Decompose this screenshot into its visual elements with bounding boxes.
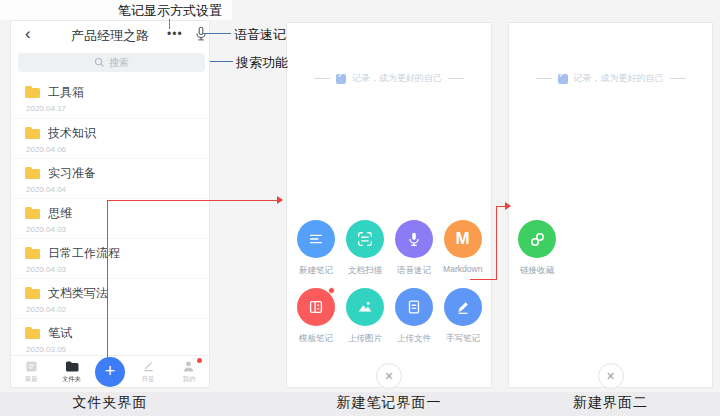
folder-tab-icon: [65, 360, 79, 373]
flow-arrow-2-head: [505, 202, 511, 210]
folder-name: 实习准备: [48, 165, 96, 182]
create-screen-two: 记录，成为更好的自己 链接收藏 ✕: [508, 22, 713, 388]
app-logo-icon: [336, 74, 346, 84]
create-option-voice-note[interactable]: 语音速记: [389, 220, 438, 277]
folder-name: 技术知识: [48, 125, 96, 142]
file-icon: [405, 298, 423, 316]
note-lines-icon: [307, 230, 325, 248]
close-button[interactable]: ✕: [376, 363, 402, 389]
flow-arrow-1-horizontal: [107, 200, 277, 201]
folder-date: 2020.04.04: [26, 185, 209, 194]
person-icon: [182, 360, 195, 373]
template-icon: [307, 298, 325, 316]
caption-create-screen-one: 新建笔记界面一: [286, 394, 492, 412]
folder-date: 2020.04.02: [26, 305, 209, 314]
create-option-template-note[interactable]: 模板笔记: [291, 288, 340, 345]
folder-icon: [25, 249, 40, 259]
folder-row[interactable]: 文档类写法 2020.04.02: [11, 278, 209, 318]
create-option-upload-image[interactable]: 上传图片: [340, 288, 389, 345]
tab-label: 文件夹: [62, 374, 81, 383]
option-label: 链接收藏: [520, 264, 554, 276]
option-label: 语音速记: [396, 264, 430, 276]
folder-row[interactable]: 思维 2020.04.03: [11, 198, 209, 238]
slogan-text: 记录，成为更好的自己: [574, 72, 664, 85]
pen-sign-icon: [142, 360, 155, 373]
folder-icon: [25, 209, 40, 219]
annotation-line: [210, 61, 233, 62]
folder-date: 2020.04.17: [26, 104, 209, 113]
create-note-button[interactable]: +: [95, 357, 125, 387]
folder-icon: [25, 169, 40, 179]
pencil-icon: [454, 298, 472, 316]
search-placeholder: 搜索: [109, 56, 129, 70]
flow-arrow-2-vertical: [496, 206, 497, 279]
option-label: 上传图片: [347, 332, 381, 344]
notification-badge: [197, 358, 202, 363]
annotation-search-fn: 搜索功能: [236, 54, 288, 72]
flow-arrow-1-head: [277, 196, 283, 204]
tab-folders[interactable]: 文件夹: [55, 360, 89, 384]
link-icon: [528, 230, 547, 249]
scan-icon: [356, 230, 374, 248]
slogan-dash: [314, 78, 330, 79]
create-option-new-note[interactable]: 新建笔记: [291, 220, 340, 277]
flow-arrow-1-vertical: [107, 200, 108, 370]
more-options-icon[interactable]: •••: [163, 22, 187, 46]
tab-label: 日签: [142, 374, 155, 383]
folder-row[interactable]: 工具箱 2020.04.17: [11, 78, 209, 118]
image-icon: [356, 298, 374, 316]
folder-icon: [25, 289, 40, 299]
caption-create-screen-two: 新建界面二: [508, 394, 713, 412]
new-feature-badge: [328, 287, 335, 294]
folder-row[interactable]: 实习准备 2020.04.04: [11, 158, 209, 198]
markdown-m-icon: M: [455, 229, 469, 249]
search-input[interactable]: 搜索: [18, 53, 205, 72]
mic-icon: [405, 230, 423, 248]
create-screen-one: 记录，成为更好的自己 新建笔记: [286, 22, 492, 388]
annotation-line: [203, 33, 231, 34]
search-icon: [94, 57, 105, 68]
folder-name: 思维: [48, 205, 72, 222]
option-label: Markdown: [443, 264, 482, 274]
create-option-markdown[interactable]: M Markdown: [438, 220, 487, 277]
close-button[interactable]: ✕: [598, 363, 624, 389]
create-option-doc-scan[interactable]: 文档扫描: [340, 220, 389, 277]
option-label: 文档扫描: [347, 264, 381, 276]
folder-row[interactable]: 笔试 2020.03.05: [11, 318, 209, 358]
tab-recent[interactable]: 最新: [14, 360, 48, 384]
tab-daily-card[interactable]: 日签: [131, 360, 165, 384]
slogan-dash: [536, 78, 552, 79]
folder-list: 工具箱 2020.04.17 技术知识 2020.04.06 实习准备 2020…: [11, 78, 209, 358]
folder-date: 2020.04.03: [26, 225, 209, 234]
option-label: 新建笔记: [298, 264, 332, 276]
folder-date: 2020.04.03: [26, 265, 209, 274]
option-label: 模板笔记: [298, 332, 332, 344]
tab-label: 最新: [25, 374, 38, 383]
folder-name: 笔试: [48, 325, 72, 342]
slogan-row: 记录，成为更好的自己: [287, 72, 491, 85]
tab-profile[interactable]: 我的: [172, 360, 206, 384]
annotation-voice-note: 语音速记: [234, 26, 286, 44]
folder-row[interactable]: 日常工作流程 2020.04.03: [11, 238, 209, 278]
create-option-upload-file[interactable]: 上传文件: [389, 288, 438, 345]
flow-arrow-2-start: [470, 279, 497, 280]
annotation-dashed-line: [169, 19, 170, 29]
folder-name: 工具箱: [48, 84, 84, 101]
slogan-dash: [448, 78, 464, 79]
slogan-text: 记录，成为更好的自己: [352, 72, 442, 85]
create-option-handwriting[interactable]: 手写笔记: [438, 288, 487, 345]
create-option-link-collect[interactable]: 链接收藏: [513, 220, 562, 277]
voice-shorthand-icon[interactable]: [192, 25, 210, 43]
slogan-row: 记录，成为更好的自己: [509, 72, 712, 85]
caption-folder-screen: 文件夹界面: [10, 394, 210, 412]
folder-row[interactable]: 技术知识 2020.04.06: [11, 118, 209, 158]
folder-date: 2020.04.06: [26, 145, 209, 154]
option-label: 手写笔记: [445, 332, 479, 344]
annotation-display-settings: 笔记显示方式设置: [118, 2, 222, 20]
folder-name: 文档类写法: [48, 285, 108, 302]
slogan-dash: [670, 78, 686, 79]
create-options-grid: 新建笔记 文档扫描: [287, 220, 491, 356]
bottom-tab-bar: 最新 文件夹 + 日签: [11, 355, 209, 387]
folder-icon: [25, 88, 40, 98]
app-logo-icon: [558, 74, 568, 84]
